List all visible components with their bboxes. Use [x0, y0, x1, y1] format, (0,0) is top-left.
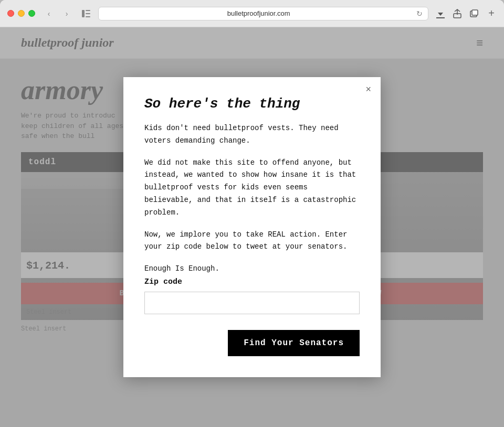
share-icon[interactable] [452, 8, 463, 19]
modal-footer: Find Your Senators [144, 330, 360, 356]
maximize-window-button[interactable] [28, 10, 35, 17]
zip-code-input[interactable] [144, 292, 360, 314]
svg-rect-2 [86, 13, 90, 14]
modal-paragraph-4: Enough Is Enough. [144, 263, 360, 275]
modal-paragraph-2: We did not make this site to offend anyo… [144, 157, 360, 219]
svg-rect-1 [86, 10, 90, 11]
traffic-lights [7, 10, 35, 17]
nav-buttons: ‹ › [41, 8, 74, 19]
toolbar-icons [435, 8, 480, 19]
svg-rect-3 [86, 16, 90, 17]
svg-rect-0 [82, 10, 85, 17]
close-window-button[interactable] [7, 10, 14, 17]
new-window-icon[interactable] [468, 8, 480, 19]
modal-paragraph-3: Now, we implore you to take REAL action.… [144, 229, 360, 254]
new-tab-button[interactable]: + [486, 7, 497, 19]
download-icon[interactable] [435, 8, 446, 19]
browser-toolbar: ‹ › bulletproofjunior.com ↻ [0, 0, 504, 27]
modal-title: So here's the thing [144, 96, 360, 112]
browser-window: ‹ › bulletproofjunior.com ↻ [0, 0, 504, 427]
back-button[interactable]: ‹ [41, 8, 56, 19]
zip-code-label: Zip code [144, 277, 360, 286]
minimize-window-button[interactable] [18, 10, 25, 17]
reload-icon[interactable]: ↻ [416, 9, 423, 18]
find-senators-button[interactable]: Find Your Senators [228, 330, 360, 356]
address-bar[interactable]: bulletproofjunior.com ↻ [98, 7, 428, 20]
forward-button[interactable]: › [59, 8, 74, 19]
modal-paragraph-1: Kids don't need bulletproof vests. They … [144, 122, 360, 147]
svg-rect-6 [472, 10, 478, 15]
sidebar-button[interactable] [80, 8, 92, 19]
modal-body: Kids don't need bulletproof vests. They … [144, 122, 360, 275]
modal-close-button[interactable]: × [365, 84, 371, 94]
modal-overlay[interactable]: × So here's the thing Kids don't need bu… [0, 27, 504, 427]
url-text: bulletproofjunior.com [104, 9, 413, 17]
modal-dialog: × So here's the thing Kids don't need bu… [123, 77, 381, 377]
website-content: bulletproof junior ≡ armory We're proud … [0, 27, 504, 427]
